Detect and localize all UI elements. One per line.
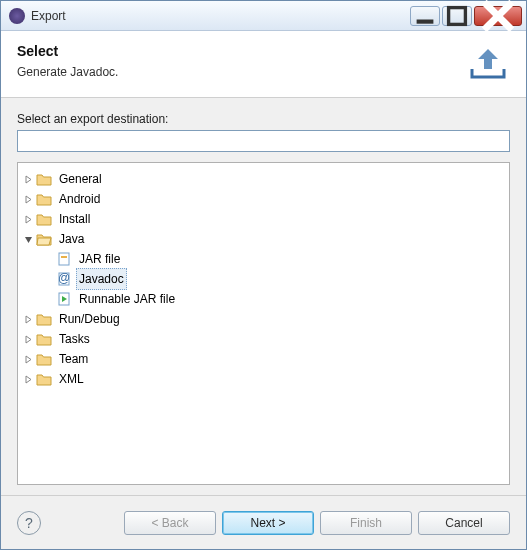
tree-item-tasks[interactable]: Tasks — [22, 329, 505, 349]
folder-icon — [36, 172, 52, 186]
folder-icon — [36, 312, 52, 326]
tree-item-runnable-jar[interactable]: Runnable JAR file — [42, 289, 505, 309]
expand-icon[interactable] — [22, 213, 34, 225]
jar-file-icon — [56, 252, 72, 266]
tree-item-jar-file[interactable]: JAR file — [42, 249, 505, 269]
tree-item-java[interactable]: Java JAR file — [22, 229, 505, 309]
folder-open-icon — [36, 232, 52, 246]
tree-item-rundebug[interactable]: Run/Debug — [22, 309, 505, 329]
maximize-button[interactable] — [442, 6, 472, 26]
tree-label: Team — [56, 348, 91, 370]
titlebar[interactable]: Export — [1, 1, 526, 31]
close-button[interactable] — [474, 6, 522, 26]
svg-rect-4 — [59, 253, 69, 265]
eclipse-icon — [9, 8, 25, 24]
tree-item-team[interactable]: Team — [22, 349, 505, 369]
collapse-icon[interactable] — [22, 233, 34, 245]
expand-icon[interactable] — [22, 353, 34, 365]
tree-label: Install — [56, 208, 93, 230]
folder-icon — [36, 212, 52, 226]
export-banner-icon — [466, 43, 510, 83]
tree-item-xml[interactable]: XML — [22, 369, 505, 389]
tree-label: Runnable JAR file — [76, 288, 178, 310]
tree-label: XML — [56, 368, 87, 390]
svg-text:@: @ — [58, 272, 70, 285]
tree-item-install[interactable]: Install — [22, 209, 505, 229]
tree-item-android[interactable]: Android — [22, 189, 505, 209]
tree-label: General — [56, 168, 105, 190]
wizard-content: Select an export destination: General An… — [1, 98, 526, 495]
tree-label: Java — [56, 228, 87, 250]
export-tree[interactable]: General Android Install — [17, 162, 510, 485]
window-controls — [410, 6, 522, 26]
folder-icon — [36, 372, 52, 386]
expand-icon[interactable] — [22, 193, 34, 205]
expand-icon[interactable] — [22, 333, 34, 345]
tree-label: JAR file — [76, 248, 123, 270]
export-filter-input[interactable] — [17, 130, 510, 152]
svg-rect-5 — [61, 256, 67, 258]
help-button[interactable]: ? — [17, 511, 41, 535]
destination-label: Select an export destination: — [17, 112, 510, 126]
expand-icon[interactable] — [22, 373, 34, 385]
export-wizard-window: Export Select Generate Javadoc. Select a… — [0, 0, 527, 550]
wizard-header: Select Generate Javadoc. — [1, 31, 526, 98]
runnable-jar-icon — [56, 292, 72, 306]
tree-label: Tasks — [56, 328, 93, 350]
folder-icon — [36, 352, 52, 366]
wizard-footer: ? < Back Next > Finish Cancel — [1, 495, 526, 549]
tree-label: Run/Debug — [56, 308, 123, 330]
tree-label: Android — [56, 188, 103, 210]
minimize-button[interactable] — [410, 6, 440, 26]
cancel-button[interactable]: Cancel — [418, 511, 510, 535]
expand-icon[interactable] — [22, 173, 34, 185]
page-subtitle: Generate Javadoc. — [17, 65, 466, 79]
page-title: Select — [17, 43, 466, 59]
expand-icon[interactable] — [22, 313, 34, 325]
window-title: Export — [31, 9, 410, 23]
svg-rect-1 — [449, 7, 466, 24]
tree-label: Javadoc — [76, 268, 127, 290]
tree-item-javadoc[interactable]: @ Javadoc — [42, 269, 505, 289]
tree-item-general[interactable]: General — [22, 169, 505, 189]
back-button[interactable]: < Back — [124, 511, 216, 535]
next-button[interactable]: Next > — [222, 511, 314, 535]
finish-button[interactable]: Finish — [320, 511, 412, 535]
javadoc-icon: @ — [56, 272, 72, 286]
folder-icon — [36, 332, 52, 346]
folder-icon — [36, 192, 52, 206]
